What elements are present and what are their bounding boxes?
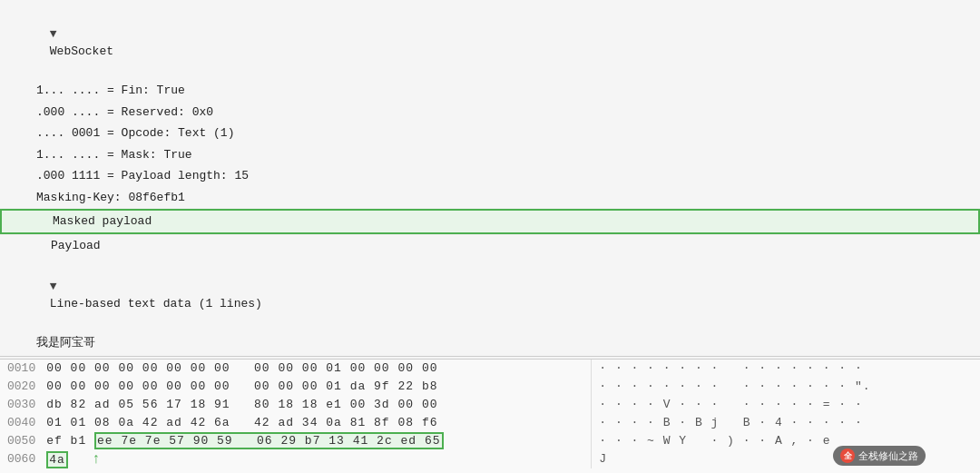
line-based-content: 我是阿宝哥	[0, 332, 980, 354]
hex-offset: 0020	[0, 378, 43, 396]
hex-ascii: · · · · · · · · · · · · · · · ".	[592, 378, 980, 396]
divider	[0, 356, 980, 357]
hex-offset: 0060	[0, 450, 43, 468]
hex-panel: 0010 00 00 00 00 00 00 00 00 00 00 00 01…	[0, 359, 980, 474]
mask-field: 1... .... = Mask: True	[0, 144, 980, 166]
hex-ascii: · · · · · · · · · · · · · · · ·	[592, 360, 980, 378]
main-container: ▼ WebSocket 1... .... = Fin: True .000 .…	[0, 0, 980, 473]
opcode-field: .... 0001 = Opcode: Text (1)	[0, 123, 980, 144]
hex-bytes: 00 00 00 00 00 00 00 00 00 00 00 01 00 0…	[43, 360, 592, 378]
arrow-indicator: ↑	[92, 451, 102, 468]
hex-offset: 0010	[0, 360, 43, 378]
websocket-header[interactable]: ▼ WebSocket	[0, 5, 980, 80]
hex-ascii: · · · · V · · · · · · · · = · ·	[592, 396, 980, 414]
hex-single-highlight: 4a	[46, 451, 68, 468]
watermark-logo: 全	[840, 448, 855, 463]
watermark: 全 全栈修仙之路	[833, 446, 926, 466]
hex-offset: 0030	[0, 396, 43, 414]
table-row: 0010 00 00 00 00 00 00 00 00 00 00 00 01…	[0, 360, 980, 378]
table-row: 0050 ef b1 ee 7e 7e 57 90 59 06 29 b7 13…	[0, 432, 980, 450]
hex-highlight-block: ee 7e 7e 57 90 59 06 29 b7 13 41 2c ed 6…	[94, 432, 443, 449]
masked-payload-row[interactable]: Masked payload	[0, 209, 980, 234]
payload-row[interactable]: Payload	[0, 235, 980, 257]
line-based-header[interactable]: ▼ Line-based text data (1 lines)	[0, 258, 980, 332]
fin-field: 1... .... = Fin: True	[0, 80, 980, 102]
watermark-text: 全栈修仙之路	[858, 449, 918, 463]
table-row: 0040 01 01 08 0a 42 ad 42 6a 42 ad 34 0a…	[0, 414, 980, 432]
hex-offset: 0050	[0, 432, 43, 450]
hex-ascii: · · · · B · B j B · 4 · · · · ·	[592, 414, 980, 432]
reserved-field: .000 .... = Reserved: 0x0	[0, 102, 980, 123]
hex-bytes: db 82 ad 05 56 17 18 91 80 18 18 e1 00 3…	[43, 396, 592, 414]
hex-bytes: 00 00 00 00 00 00 00 00 00 00 00 01 da 9…	[43, 378, 592, 396]
top-panel: ▼ WebSocket 1... .... = Fin: True .000 .…	[0, 0, 980, 354]
payload-length-field: .000 1111 = Payload length: 15	[0, 165, 980, 187]
hex-offset: 0040	[0, 414, 43, 432]
line-based-triangle: ▼	[50, 278, 57, 296]
hex-bytes: 01 01 08 0a 42 ad 42 6a 42 ad 34 0a 81 8…	[43, 414, 592, 432]
table-row: 0030 db 82 ad 05 56 17 18 91 80 18 18 e1…	[0, 396, 980, 414]
table-row: 0020 00 00 00 00 00 00 00 00 00 00 00 01…	[0, 378, 980, 396]
masking-key-field: Masking-Key: 08f6efb1	[0, 187, 980, 209]
hex-bytes: 4a ↑	[43, 450, 592, 468]
collapse-triangle: ▼	[50, 25, 57, 44]
hex-bytes: ef b1 ee 7e 7e 57 90 59 06 29 b7 13 41 2…	[43, 432, 592, 450]
